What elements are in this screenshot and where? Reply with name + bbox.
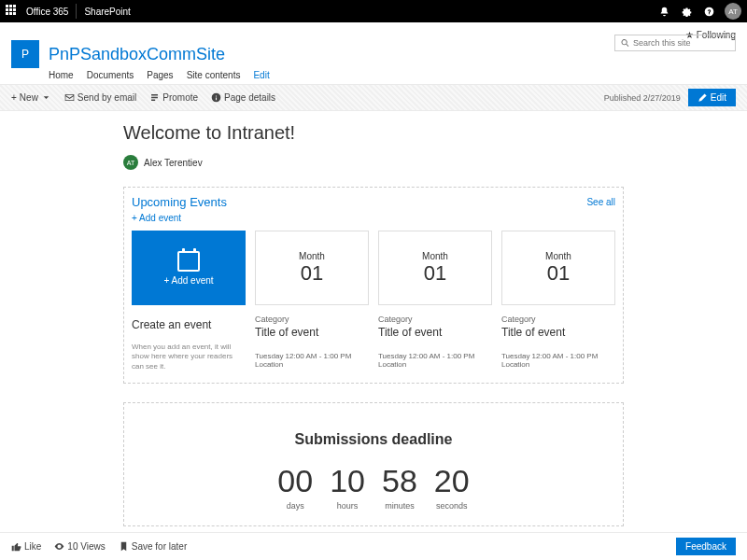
site-header: Following P PnPSandboxCommSite Home Docu… [0,22,747,84]
search-icon [621,38,629,48]
eye-icon [54,541,64,552]
chevron-down-icon [41,92,51,103]
like-button[interactable]: Like [11,541,41,552]
page-title: Welcome to Intranet! [123,122,624,144]
like-icon [11,541,21,552]
suite-bar: Office 365 SharePoint AT [0,0,747,22]
calendar-icon [177,251,200,272]
footer-bar: Like 10 Views Save for later Feedback [0,532,747,560]
author-avatar[interactable]: AT [123,155,138,170]
create-event-card[interactable]: + Add event Create an event When you add… [132,231,246,371]
send-by-email-button[interactable]: Send by email [64,92,136,103]
cd-hours: 10 [330,463,365,499]
promote-icon [149,92,160,103]
published-label: Published 2/27/2019 [604,93,681,103]
event-card[interactable]: Month01 Category Title of event Tuesday … [501,231,615,371]
office-label[interactable]: Office 365 [26,7,68,17]
views-button[interactable]: 10 Views [54,541,105,552]
settings-icon[interactable] [680,5,693,18]
user-avatar[interactable]: AT [725,3,741,20]
countdown-webpart: Submissions deadline 00days 10hours 58mi… [123,402,624,526]
cd-days: 00 [277,463,313,499]
countdown-title: Submissions deadline [124,431,623,448]
site-logo[interactable]: P [11,40,39,68]
app-name[interactable]: SharePoint [84,7,130,17]
nav-home[interactable]: Home [49,70,74,80]
add-event-tile-label: + Add event [163,275,213,286]
event-card[interactable]: Month01 Category Title of event Tuesday … [255,231,369,371]
bookmark-icon [119,541,129,552]
see-all-link[interactable]: See all [586,197,615,207]
site-nav: Home Documents Pages Site contents Edit [49,70,736,80]
command-bar: + New Send by email Promote Page details… [0,84,747,111]
author-row: AT Alex Terentiev [123,155,624,170]
info-icon [211,92,221,103]
mail-icon [64,92,75,103]
page-details-button[interactable]: Page details [211,92,275,103]
nav-site-contents[interactable]: Site contents [187,70,241,80]
cd-seconds: 20 [434,463,470,499]
author-name[interactable]: Alex Terentiev [144,158,203,168]
create-desc: When you add an event, it will show here… [132,343,246,371]
site-title[interactable]: PnPSandboxCommSite [49,45,225,64]
event-card[interactable]: Month01 Category Title of event Tuesday … [378,231,492,371]
page-content: Welcome to Intranet! AT Alex Terentiev U… [0,111,747,560]
divider [76,4,77,19]
pencil-icon [698,92,708,103]
add-event-link[interactable]: + Add event [124,213,623,223]
save-for-later-button[interactable]: Save for later [119,541,187,552]
promote-button[interactable]: Promote [149,92,198,103]
edit-button[interactable]: Edit [688,89,736,106]
search-box[interactable] [614,35,736,51]
search-input[interactable] [633,38,729,48]
app-launcher-icon[interactable] [6,5,19,18]
nav-pages[interactable]: Pages [147,70,173,80]
new-button[interactable]: + New [11,92,51,103]
cd-minutes: 58 [382,463,417,499]
create-title: Create an event [132,318,246,331]
feedback-button[interactable]: Feedback [676,538,736,555]
nav-edit[interactable]: Edit [253,70,269,80]
notifications-icon[interactable] [657,5,670,18]
events-heading: Upcoming Events [132,195,227,209]
help-icon[interactable] [702,5,715,18]
nav-documents[interactable]: Documents [87,70,134,80]
events-webpart: Upcoming Events See all + Add event + Ad… [123,187,624,384]
